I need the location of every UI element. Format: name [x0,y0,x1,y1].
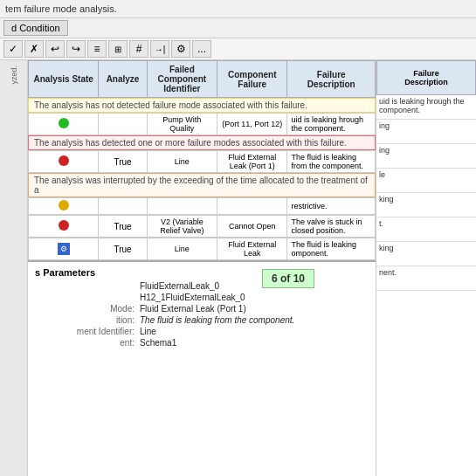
toolbar-x[interactable]: ✗ [24,40,44,58]
param-value-ition: The fluid is leaking from the component. [140,315,294,325]
param-label-ident: ment Identifier: [35,327,140,336]
table-area: Analysis State Analyze FailedComponentId… [28,60,376,476]
table-row-5-wrapper: ⚙ True Line Fluid External Leak The flui… [28,238,376,260]
left-sidebar: yzed. [0,60,28,476]
status-dot-green [59,118,69,128]
toolbar-redo[interactable]: ↪ [66,40,86,58]
bottom-panel-title: s Parameters [35,267,369,278]
right-cell-6: t. [376,217,476,242]
toolbar-hash[interactable]: # [129,40,148,58]
right-cell-1: uid is leaking hrough the component. [376,95,476,120]
status-gear: ⚙ [58,243,70,255]
toolbar-more[interactable]: ... [192,40,211,58]
col-failed-comp: FailedComponentIdentifier [147,61,217,98]
toolbar-gear[interactable]: ⚙ [171,40,190,58]
right-cell-8: nent. [376,266,476,291]
toolbar-list[interactable]: ≡ [87,40,107,58]
col-analyze: Analyze [99,61,147,98]
sidebar-label: yzed. [10,66,18,85]
top-bar-text: tem failure mode analysis. [5,3,117,14]
toolbar-grid[interactable]: ⊞ [108,40,128,58]
table-row[interactable]: True V2 (Variable Relief Valve) Cannot O… [29,216,376,238]
status-dot-yellow [59,200,69,210]
param-value-ent: Schema1 [140,338,176,348]
col-analysis-state: Analysis State [29,61,99,98]
table-row-4-wrapper: True V2 (Variable Relief Valve) Cannot O… [28,215,376,238]
counter-badge: 6 of 10 [262,269,314,288]
param-value-ident: Line [140,327,156,336]
top-bar: tem failure mode analysis. d Condition [0,0,476,38]
table-row[interactable]: Pump With Quality (Port 11, Port 12) uid… [29,114,376,135]
param-label-ition: ition: [35,315,140,325]
param-row-1: FluidExternalLeak_0 [35,281,369,291]
right-cell-2: ing [376,120,476,144]
param-row-3: Mode: Fluid External Leak (Port 1) [35,304,369,314]
toolbar-undo[interactable]: ↩ [45,40,65,58]
table-row-1: Pump With Quality (Port 11, Port 12) uid… [28,113,376,135]
main-content: yzed. Analysis State Analyze FailedCompo… [0,60,476,476]
right-cell-4: le [376,169,476,193]
toolbar-arrow[interactable]: →| [150,40,169,58]
right-col-header: FailureDescription [376,60,476,95]
toolbar-check[interactable]: ✓ [3,40,23,58]
param-label-mode: Mode: [35,304,140,314]
data-table: Analysis State Analyze FailedComponentId… [28,60,376,98]
info-bar-1: The analysis has not detected failure mo… [28,98,376,113]
param-value-1: FluidExternalLeak_0 [140,281,219,291]
param-label-2 [35,293,140,302]
status-dot-red-2 [59,220,69,231]
right-side-panel: FailureDescription uid is leaking hrough… [376,60,476,476]
table-row[interactable]: restrictive. [29,198,376,215]
toolbar: ✓ ✗ ↩ ↪ ≡ ⊞ # →| ⚙ ... [0,38,476,60]
param-label-1 [35,281,140,291]
bottom-panel: s Parameters 6 of 10 FluidExternalLeak_0… [28,260,376,476]
right-cell-5: king [376,193,476,217]
param-label-ent: ent: [35,338,140,348]
status-dot-red [59,155,69,166]
param-row-6: ent: Schema1 [35,338,369,348]
param-row-5: ment Identifier: Line [35,327,369,336]
param-value-mode: Fluid External Leak (Port 1) [140,304,246,314]
info-bar-2: The analysis has detected one or more fa… [28,135,376,150]
info-bar-3: The analysis was interrupted by the exce… [28,173,376,197]
col-comp-failure: Component Failure [217,61,287,98]
param-value-2: H12_1FluidExternalLeak_0 [140,293,245,302]
right-cell-3: ing [376,144,476,169]
right-cell-7: king [376,242,476,266]
table-row[interactable]: ⚙ True Line Fluid External Leak The flui… [29,238,376,260]
col-failure-desc: FailureDescription [287,61,376,98]
table-row[interactable]: True Line Fluid External Leak (Port 1) T… [29,151,376,173]
condition-tab[interactable]: d Condition [3,20,68,36]
param-row-4: ition: The fluid is leaking from the com… [35,315,369,325]
table-row-2-wrapper: True Line Fluid External Leak (Port 1) T… [28,150,376,173]
param-row-2: H12_1FluidExternalLeak_0 [35,293,369,302]
table-row-3-wrapper: restrictive. [28,197,376,215]
